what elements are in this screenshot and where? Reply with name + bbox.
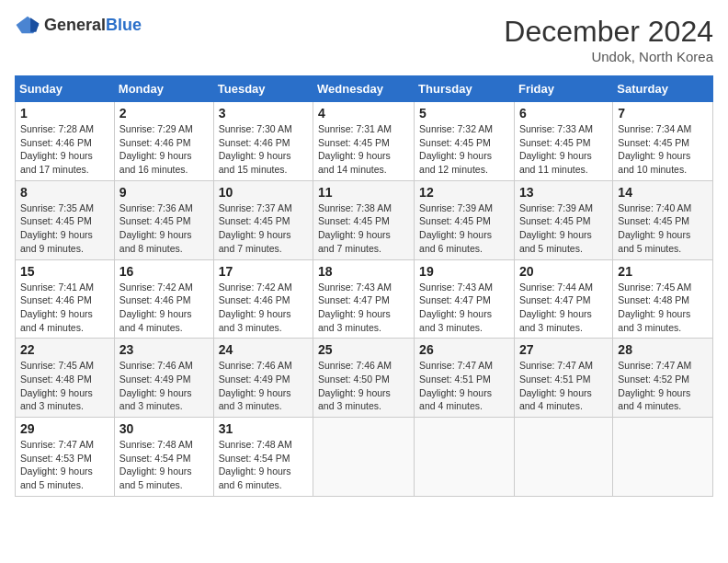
calendar-cell: 27Sunrise: 7:47 AMSunset: 4:51 PMDayligh… <box>514 339 612 418</box>
day-info: Sunrise: 7:43 AMSunset: 4:47 PMDaylight:… <box>318 281 409 335</box>
calendar-cell: 26Sunrise: 7:47 AMSunset: 4:51 PMDayligh… <box>415 339 515 418</box>
day-info: Sunrise: 7:47 AMSunset: 4:51 PMDaylight:… <box>419 359 509 413</box>
day-number: 28 <box>618 342 708 357</box>
day-number: 24 <box>219 342 308 357</box>
day-info: Sunrise: 7:29 AMSunset: 4:46 PMDaylight:… <box>119 122 209 177</box>
day-number: 31 <box>219 421 308 436</box>
day-info: Sunrise: 7:48 AMSunset: 4:54 PMDaylight:… <box>219 438 308 492</box>
calendar-cell: 2Sunrise: 7:29 AMSunset: 4:46 PMDaylight… <box>114 102 213 181</box>
logo-icon <box>15 15 40 35</box>
logo-blue-text: Blue <box>106 16 142 34</box>
header-day-tuesday: Tuesday <box>213 76 313 102</box>
calendar-cell: 15Sunrise: 7:41 AMSunset: 4:46 PMDayligh… <box>16 259 115 339</box>
calendar-cell <box>514 418 612 497</box>
day-number: 6 <box>519 106 608 121</box>
calendar-cell: 29Sunrise: 7:47 AMSunset: 4:53 PMDayligh… <box>16 418 115 497</box>
day-info: Sunrise: 7:47 AMSunset: 4:52 PMDaylight:… <box>618 359 708 413</box>
header-day-sunday: Sunday <box>16 76 115 102</box>
calendar-header: SundayMondayTuesdayWednesdayThursdayFrid… <box>16 76 713 102</box>
calendar-week-2: 8Sunrise: 7:35 AMSunset: 4:45 PMDaylight… <box>16 180 713 259</box>
header-day-wednesday: Wednesday <box>313 76 415 102</box>
calendar-cell: 10Sunrise: 7:37 AMSunset: 4:45 PMDayligh… <box>213 180 313 259</box>
calendar-cell: 11Sunrise: 7:38 AMSunset: 4:45 PMDayligh… <box>313 180 415 259</box>
day-number: 12 <box>419 185 509 200</box>
calendar-cell: 31Sunrise: 7:48 AMSunset: 4:54 PMDayligh… <box>213 418 313 497</box>
day-info: Sunrise: 7:32 AMSunset: 4:45 PMDaylight:… <box>419 122 509 177</box>
calendar-cell <box>613 418 713 497</box>
day-info: Sunrise: 7:35 AMSunset: 4:45 PMDaylight:… <box>20 201 109 256</box>
calendar-cell: 8Sunrise: 7:35 AMSunset: 4:45 PMDaylight… <box>16 180 115 259</box>
header-day-thursday: Thursday <box>415 76 515 102</box>
month-title: December 2024 <box>504 15 713 49</box>
day-info: Sunrise: 7:39 AMSunset: 4:45 PMDaylight:… <box>419 201 509 256</box>
day-info: Sunrise: 7:39 AMSunset: 4:45 PMDaylight:… <box>519 201 608 256</box>
location-title: Undok, North Korea <box>504 49 713 64</box>
calendar-cell: 1Sunrise: 7:28 AMSunset: 4:46 PMDaylight… <box>16 102 115 181</box>
day-number: 27 <box>519 342 608 357</box>
day-number: 18 <box>318 264 409 279</box>
day-info: Sunrise: 7:41 AMSunset: 4:46 PMDaylight:… <box>20 281 109 335</box>
day-number: 4 <box>318 106 409 121</box>
day-info: Sunrise: 7:47 AMSunset: 4:53 PMDaylight:… <box>20 438 109 492</box>
day-info: Sunrise: 7:43 AMSunset: 4:47 PMDaylight:… <box>419 281 509 335</box>
day-info: Sunrise: 7:33 AMSunset: 4:45 PMDaylight:… <box>519 122 608 177</box>
calendar-cell: 5Sunrise: 7:32 AMSunset: 4:45 PMDaylight… <box>415 102 515 181</box>
page-header: GeneralBlue December 2024 Undok, North K… <box>15 15 713 64</box>
day-number: 30 <box>119 421 209 436</box>
day-number: 7 <box>618 106 708 121</box>
day-info: Sunrise: 7:42 AMSunset: 4:46 PMDaylight:… <box>119 281 209 335</box>
calendar-week-4: 22Sunrise: 7:45 AMSunset: 4:48 PMDayligh… <box>16 339 713 418</box>
day-info: Sunrise: 7:46 AMSunset: 4:49 PMDaylight:… <box>119 359 209 413</box>
day-info: Sunrise: 7:31 AMSunset: 4:45 PMDaylight:… <box>318 122 409 177</box>
calendar-cell: 12Sunrise: 7:39 AMSunset: 4:45 PMDayligh… <box>415 180 515 259</box>
day-number: 19 <box>419 264 509 279</box>
day-number: 5 <box>419 106 509 121</box>
day-number: 16 <box>119 264 209 279</box>
calendar-cell: 7Sunrise: 7:34 AMSunset: 4:45 PMDaylight… <box>613 102 713 181</box>
day-info: Sunrise: 7:42 AMSunset: 4:46 PMDaylight:… <box>219 281 308 335</box>
day-number: 17 <box>219 264 308 279</box>
calendar-cell: 21Sunrise: 7:45 AMSunset: 4:48 PMDayligh… <box>613 259 713 339</box>
day-info: Sunrise: 7:34 AMSunset: 4:45 PMDaylight:… <box>618 122 708 177</box>
calendar-week-1: 1Sunrise: 7:28 AMSunset: 4:46 PMDaylight… <box>16 102 713 181</box>
day-number: 1 <box>20 106 109 121</box>
day-info: Sunrise: 7:46 AMSunset: 4:50 PMDaylight:… <box>318 359 409 413</box>
calendar-cell: 22Sunrise: 7:45 AMSunset: 4:48 PMDayligh… <box>16 339 115 418</box>
calendar-cell: 3Sunrise: 7:30 AMSunset: 4:46 PMDaylight… <box>213 102 313 181</box>
calendar-cell: 9Sunrise: 7:36 AMSunset: 4:45 PMDaylight… <box>114 180 213 259</box>
day-number: 13 <box>519 185 608 200</box>
day-number: 21 <box>618 264 708 279</box>
calendar-week-3: 15Sunrise: 7:41 AMSunset: 4:46 PMDayligh… <box>16 259 713 339</box>
day-info: Sunrise: 7:44 AMSunset: 4:47 PMDaylight:… <box>519 281 608 335</box>
calendar-cell: 13Sunrise: 7:39 AMSunset: 4:45 PMDayligh… <box>514 180 612 259</box>
day-info: Sunrise: 7:38 AMSunset: 4:45 PMDaylight:… <box>318 201 409 256</box>
header-day-monday: Monday <box>114 76 213 102</box>
calendar-cell: 17Sunrise: 7:42 AMSunset: 4:46 PMDayligh… <box>213 259 313 339</box>
logo-general-text: General <box>44 16 106 34</box>
calendar-cell: 28Sunrise: 7:47 AMSunset: 4:52 PMDayligh… <box>613 339 713 418</box>
calendar-cell: 4Sunrise: 7:31 AMSunset: 4:45 PMDaylight… <box>313 102 415 181</box>
day-info: Sunrise: 7:28 AMSunset: 4:46 PMDaylight:… <box>20 122 109 177</box>
day-number: 10 <box>219 185 308 200</box>
day-info: Sunrise: 7:46 AMSunset: 4:49 PMDaylight:… <box>219 359 308 413</box>
calendar-table: SundayMondayTuesdayWednesdayThursdayFrid… <box>15 75 713 497</box>
calendar-week-5: 29Sunrise: 7:47 AMSunset: 4:53 PMDayligh… <box>16 418 713 497</box>
calendar-cell: 23Sunrise: 7:46 AMSunset: 4:49 PMDayligh… <box>114 339 213 418</box>
day-number: 2 <box>119 106 209 121</box>
calendar-cell: 14Sunrise: 7:40 AMSunset: 4:45 PMDayligh… <box>613 180 713 259</box>
day-info: Sunrise: 7:47 AMSunset: 4:51 PMDaylight:… <box>519 359 608 413</box>
calendar-cell: 6Sunrise: 7:33 AMSunset: 4:45 PMDaylight… <box>514 102 612 181</box>
calendar-cell: 16Sunrise: 7:42 AMSunset: 4:46 PMDayligh… <box>114 259 213 339</box>
day-info: Sunrise: 7:40 AMSunset: 4:45 PMDaylight:… <box>618 201 708 256</box>
header-day-friday: Friday <box>514 76 612 102</box>
day-number: 15 <box>20 264 109 279</box>
calendar-cell: 20Sunrise: 7:44 AMSunset: 4:47 PMDayligh… <box>514 259 612 339</box>
day-number: 14 <box>618 185 708 200</box>
calendar-cell: 24Sunrise: 7:46 AMSunset: 4:49 PMDayligh… <box>213 339 313 418</box>
day-info: Sunrise: 7:36 AMSunset: 4:45 PMDaylight:… <box>119 201 209 256</box>
logo: GeneralBlue <box>15 15 142 35</box>
day-number: 25 <box>318 342 409 357</box>
calendar-body: 1Sunrise: 7:28 AMSunset: 4:46 PMDaylight… <box>16 102 713 497</box>
day-number: 22 <box>20 342 109 357</box>
header-row: SundayMondayTuesdayWednesdayThursdayFrid… <box>16 76 713 102</box>
